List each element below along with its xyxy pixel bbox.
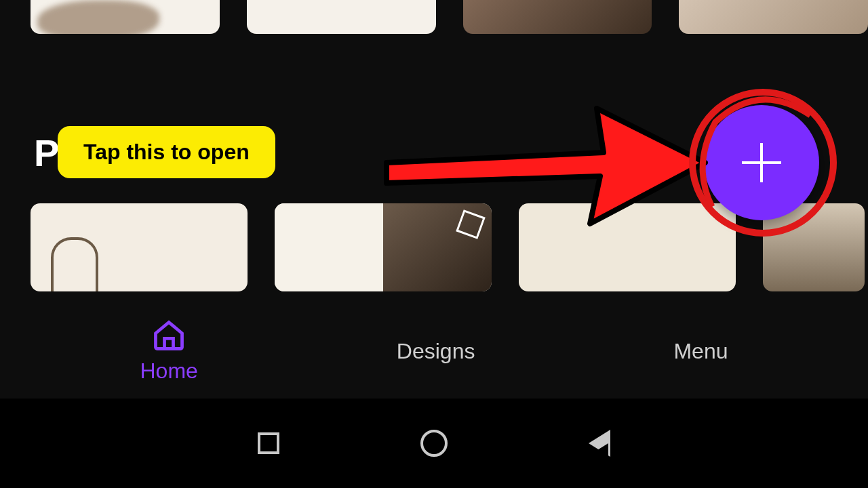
app-bottom-nav: Home Designs Menu xyxy=(0,302,868,400)
svg-point-0 xyxy=(692,92,833,233)
annotation-tooltip: Tap this to open xyxy=(58,126,275,178)
template-card-row: FREE FREE FREE xyxy=(31,0,868,34)
section-heading: P xyxy=(34,131,59,175)
triangle-icon xyxy=(589,430,610,457)
nav-menu[interactable]: Menu xyxy=(673,338,728,364)
template-card[interactable]: FREE xyxy=(247,0,436,34)
circle-icon xyxy=(420,430,448,457)
design-card[interactable] xyxy=(31,203,248,291)
android-system-nav xyxy=(0,399,868,488)
nav-label: Designs xyxy=(397,339,475,364)
nav-label: Home xyxy=(140,359,197,384)
nav-designs[interactable]: Designs xyxy=(397,338,475,364)
annotation-arrow xyxy=(380,88,712,240)
square-icon xyxy=(258,432,279,454)
android-recents-button[interactable] xyxy=(254,428,283,458)
nav-home[interactable]: Home xyxy=(140,318,197,384)
home-icon xyxy=(151,318,186,353)
annotation-circle xyxy=(685,85,841,243)
template-card[interactable]: FREE xyxy=(463,0,652,34)
android-back-button[interactable] xyxy=(585,428,614,458)
nav-label: Menu xyxy=(673,339,728,364)
template-card[interactable] xyxy=(679,0,868,34)
android-home-button[interactable] xyxy=(419,428,449,458)
template-card[interactable]: FREE xyxy=(31,0,220,34)
